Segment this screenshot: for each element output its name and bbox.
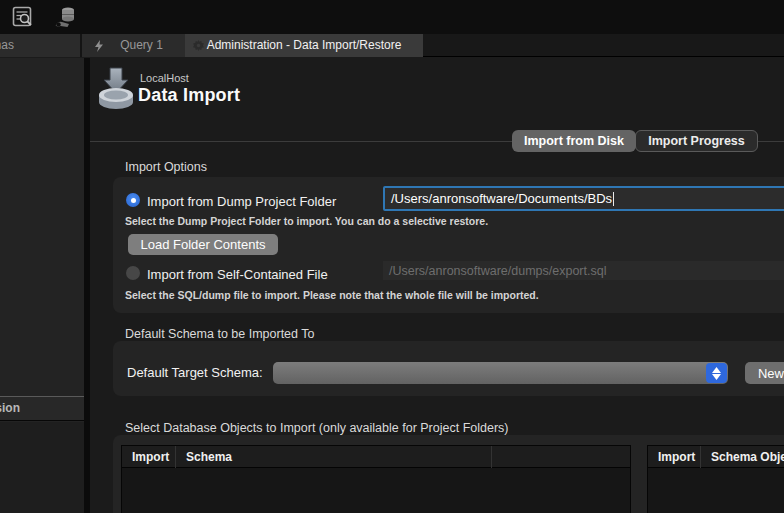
self-contained-path-value: /Users/anronsoftware/dumps/export.sql [389,264,606,278]
radio-self-contained-file-label[interactable]: Import from Self-Contained File [147,267,328,282]
tab-schemas[interactable]: Schemas [0,34,80,57]
sidebar-divider[interactable] [84,58,90,513]
radio-dump-project-folder[interactable] [126,193,140,207]
left-sidebar: Session [0,58,84,513]
tab-import-from-disk[interactable]: Import from Disk [512,130,636,152]
schemas-col-import[interactable]: Import [122,450,175,464]
text-caret [613,192,614,206]
default-target-schema-label: Default Target Schema: [127,365,263,380]
schemas-table[interactable]: Import Schema [121,445,631,513]
tab-administration[interactable]: Administration - Data Import/Restore [185,34,423,57]
objects-col-import[interactable]: Import [648,450,700,464]
default-target-schema-dropdown[interactable] [273,362,728,384]
dump-folder-helper-text: Select the Dump Project Folder to import… [125,215,488,227]
dropdown-selected-value [273,365,281,380]
tab-import-progress-label: Import Progress [648,134,745,148]
dropdown-stepper-icon[interactable] [706,363,727,383]
self-contained-path-input[interactable]: /Users/anronsoftware/dumps/export.sql [383,261,784,280]
page-title: Data Import [138,85,240,106]
schemas-table-header: Import Schema [122,446,630,468]
data-import-icon [96,66,136,110]
lightning-icon [94,40,104,52]
gear-icon [193,40,204,51]
tab-administration-label: Administration - Data Import/Restore [207,38,402,52]
dump-folder-path-value: /Users/anronsoftware/Documents/BDs [391,191,612,206]
dump-folder-path-input[interactable]: /Users/anronsoftware/Documents/BDs [383,186,784,211]
sidebar-session-panel [0,422,84,513]
radio-self-contained-file[interactable] [126,266,140,280]
tab-query-1-label: Query 1 [120,38,163,52]
document-tab-bar: Schemas Query 1 Administration - Data Im… [0,34,784,57]
new-query-tab-icon[interactable] [12,6,33,28]
app-window: Schemas Query 1 Administration - Data Im… [0,0,784,513]
schema-objects-table[interactable]: Import Schema Objects [647,445,784,513]
load-folder-contents-label: Load Folder Contents [140,237,265,252]
tab-import-from-disk-label: Import from Disk [524,134,624,148]
self-contained-helper-text: Select the SQL/dump file to import. Plea… [125,289,539,301]
sidebar-session-header[interactable]: Session [0,396,84,421]
default-schema-section-label: Default Schema to be Imported To [125,327,314,341]
tab-query-1[interactable]: Query 1 [82,34,185,57]
tab-import-progress[interactable]: Import Progress [635,130,758,152]
admin-tools-icon[interactable] [53,6,79,30]
schema-objects-table-header: Import Schema Objects [648,446,784,468]
sidebar-session-label: Session [0,401,20,415]
new-schema-button-label: New... [758,366,784,381]
column-divider[interactable] [491,446,492,468]
radio-dump-project-folder-label[interactable]: Import from Dump Project Folder [147,194,336,209]
load-folder-contents-button[interactable]: Load Folder Contents [128,234,278,255]
schemas-col-schema[interactable]: Schema [176,450,232,464]
main-toolbar [0,0,784,34]
host-label: LocalHost [140,72,189,84]
new-schema-button[interactable]: New... [745,362,784,384]
tab-schemas-label: Schemas [0,34,14,57]
import-options-section-label: Import Options [125,160,207,174]
objects-col-schema-objects[interactable]: Schema Objects [701,450,784,464]
objects-section-label: Select Database Objects to Import (only … [125,421,509,435]
